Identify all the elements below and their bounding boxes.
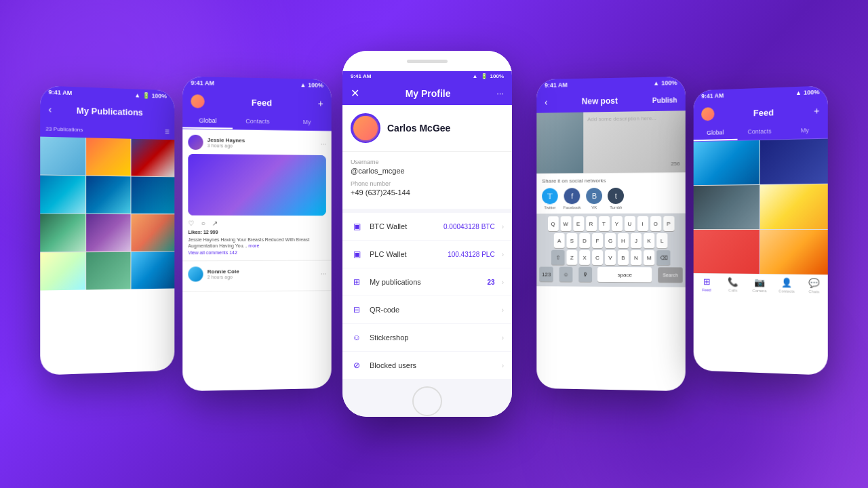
key-c[interactable]: C — [592, 250, 603, 265]
publish-button[interactable]: Publish — [652, 96, 677, 104]
comment-icon[interactable]: ○ — [201, 220, 205, 227]
key-b[interactable]: B — [618, 250, 629, 265]
key-n[interactable]: N — [631, 250, 642, 265]
grid-cell-3[interactable] — [694, 185, 760, 229]
post-header-1: Jessie Haynes 3 hours ago ··· — [188, 135, 326, 151]
facebook-share[interactable]: f Facebook — [564, 188, 581, 209]
menu-item-blocked[interactable]: ⊘ Blocked users › — [342, 352, 512, 380]
menu-item-publications[interactable]: ⊞ My publications 23 › — [342, 268, 512, 296]
twitter-share[interactable]: 𝕋 Twitter — [542, 188, 558, 209]
nav-feed[interactable]: ⊞ Feed — [694, 277, 720, 292]
nav-camera[interactable]: 📷 Camera — [746, 277, 773, 293]
close-icon[interactable]: ✕ — [351, 87, 359, 100]
menu-item-plc[interactable]: ▣ PLC Wallet 100.43128 PLC › — [342, 241, 512, 268]
post-thumbnail[interactable] — [536, 113, 583, 174]
key-k[interactable]: K — [644, 233, 654, 248]
username-label: Username — [351, 159, 504, 165]
pub-cell-4[interactable] — [40, 176, 85, 214]
key-j[interactable]: J — [631, 233, 642, 248]
key-delete[interactable]: ⌫ — [656, 250, 670, 265]
key-t[interactable]: T — [599, 216, 610, 231]
pub-cell-6[interactable] — [131, 176, 174, 214]
vk-share[interactable]: В VK — [587, 188, 603, 209]
tab-global-cl[interactable]: Global — [182, 113, 233, 129]
pub-cell-2[interactable] — [86, 138, 130, 176]
key-a[interactable]: A — [554, 233, 565, 248]
key-shift[interactable]: ⇧ — [551, 250, 565, 265]
nav-chats[interactable]: 💬 Chats — [800, 278, 828, 294]
menu-item-stickers[interactable]: ☺ Stickershop › — [342, 324, 512, 352]
key-m[interactable]: M — [644, 250, 654, 265]
facebook-label: Facebook — [564, 205, 581, 209]
back-icon-cr[interactable]: ‹ — [545, 97, 548, 108]
post-more-btn-1[interactable]: ··· — [321, 140, 326, 148]
profile-more-icon[interactable]: ··· — [496, 88, 504, 98]
key-space[interactable]: space — [597, 267, 652, 282]
add-icon-cl[interactable]: + — [318, 98, 323, 109]
vk-icon: В — [587, 188, 603, 204]
grid-cell-6[interactable] — [760, 230, 827, 274]
key-r[interactable]: R — [586, 216, 597, 231]
grid-cell-1[interactable] — [694, 140, 760, 185]
description-field[interactable]: Add some description here... — [587, 115, 656, 123]
key-v[interactable]: V — [605, 250, 616, 265]
grid-cell-4[interactable] — [760, 184, 827, 229]
tumblr-share[interactable]: t Tumblr — [608, 188, 624, 209]
pub-cell-5[interactable] — [86, 176, 130, 214]
tab-contacts-right[interactable]: Contacts — [737, 124, 782, 140]
tab-my-right[interactable]: My — [782, 123, 828, 139]
pub-cell-10[interactable] — [40, 252, 85, 290]
grid-cell-2[interactable] — [760, 139, 827, 184]
add-icon-right[interactable]: + — [814, 105, 819, 116]
tab-my-cl[interactable]: My — [282, 115, 331, 131]
nav-contacts[interactable]: 👤 Contacts — [773, 277, 800, 293]
pub-cell-8[interactable] — [86, 214, 130, 251]
nav-calls[interactable]: 📞 Calls — [719, 277, 746, 292]
menu-item-qr[interactable]: ⊟ QR-code › — [342, 296, 512, 324]
pub-cell-12[interactable] — [131, 251, 174, 289]
key-row-2: A S D F G H J K L — [539, 233, 683, 248]
pub-cell-3[interactable] — [131, 139, 174, 177]
post-more-link[interactable]: more — [248, 243, 259, 248]
feed-profile-avatar[interactable] — [191, 94, 204, 108]
key-e[interactable]: E — [573, 216, 584, 231]
feed-nav-icon: ⊞ — [703, 277, 711, 287]
key-y[interactable]: Y — [611, 216, 622, 231]
key-s[interactable]: S — [567, 233, 578, 248]
key-mic[interactable]: 🎙 — [578, 267, 592, 282]
key-x[interactable]: X — [579, 250, 590, 265]
plc-label: PLC Wallet — [370, 250, 441, 258]
menu-item-btc[interactable]: ▣ BTC Wallet 0.00043128 BTC › — [342, 213, 512, 241]
pub-menu-icon[interactable]: ≡ — [165, 127, 170, 136]
home-button[interactable] — [412, 386, 442, 416]
pub-cell-7[interactable] — [40, 214, 85, 252]
pub-cell-1[interactable] — [40, 137, 85, 176]
key-h[interactable]: H — [618, 233, 629, 248]
tab-global-right[interactable]: Global — [694, 125, 738, 141]
key-l[interactable]: L — [656, 233, 667, 248]
pub-cell-9[interactable] — [131, 214, 174, 251]
key-q[interactable]: Q — [547, 216, 558, 231]
key-i[interactable]: I — [637, 216, 648, 231]
share-icon[interactable]: ↗ — [212, 220, 218, 227]
key-f[interactable]: F — [592, 233, 603, 248]
key-u[interactable]: U — [624, 216, 635, 231]
grid-cell-5[interactable] — [694, 230, 760, 274]
key-g[interactable]: G — [605, 233, 616, 248]
key-numbers[interactable]: 123 — [539, 267, 553, 282]
tab-contacts-cl[interactable]: Contacts — [233, 114, 282, 129]
key-w[interactable]: W — [560, 216, 571, 231]
post-comments[interactable]: View all comments 142 — [188, 250, 326, 255]
like-icon[interactable]: ♡ — [188, 220, 194, 227]
key-emoji[interactable]: ☺ — [559, 267, 573, 282]
key-p[interactable]: P — [663, 216, 674, 231]
key-z[interactable]: Z — [567, 250, 578, 265]
pub-cell-11[interactable] — [86, 252, 130, 290]
key-o[interactable]: O — [650, 216, 661, 231]
post-image-1[interactable] — [188, 154, 326, 216]
search-button[interactable]: Search — [658, 267, 682, 282]
feed-avatar-right[interactable] — [701, 107, 714, 121]
key-d[interactable]: D — [579, 233, 590, 248]
post-more-btn-2[interactable]: ··· — [321, 270, 326, 277]
profile-info-section: Username @carlos_mcgee Phone number +49 … — [342, 152, 512, 213]
